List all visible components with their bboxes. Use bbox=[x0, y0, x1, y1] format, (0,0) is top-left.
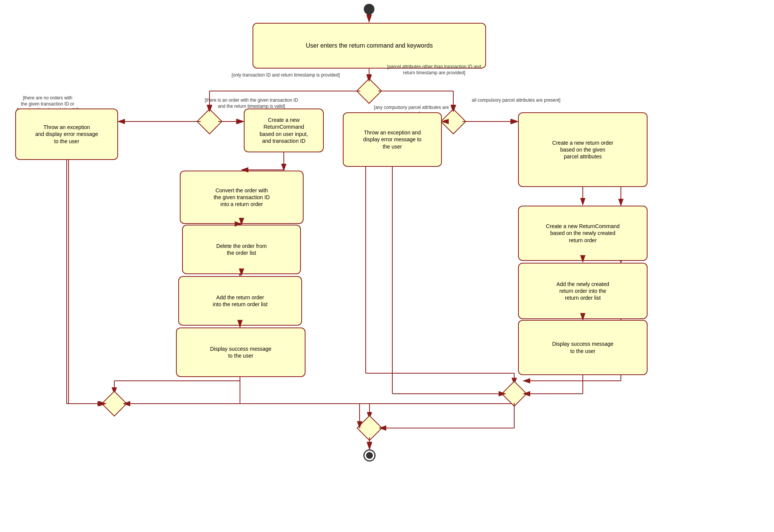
label-present: all compulsory parcel attributes are pre… bbox=[469, 97, 564, 104]
action-throw-right: Throw an exception anddisplay error mess… bbox=[343, 112, 442, 167]
action-start: User enters the return command and keywo… bbox=[253, 23, 486, 69]
action-throw-left: Throw an exceptionand display error mess… bbox=[15, 109, 118, 160]
action-delete: Delete the order fromthe order list bbox=[182, 225, 301, 274]
action-create-return-cmd-left: Create a new ReturnCommandbased on user … bbox=[244, 109, 324, 152]
end-circle-inner bbox=[366, 452, 373, 459]
diamond-merge-left bbox=[101, 391, 127, 417]
action-display-right: Display success messageto the user bbox=[518, 320, 648, 375]
diamond-top bbox=[356, 78, 382, 104]
label-only-txid: [only transaction ID and return timestam… bbox=[221, 72, 350, 78]
action-add-newly: Add the newly createdreturn order into t… bbox=[518, 263, 648, 319]
activity-diagram: User enters the return command and keywo… bbox=[0, 0, 774, 532]
end-node bbox=[363, 449, 376, 462]
start-node bbox=[364, 4, 374, 14]
action-create-return-cmd-right: Create a new ReturnCommandbased on the n… bbox=[518, 206, 648, 261]
label-parcel-attrs: [parcel attributes other than transactio… bbox=[369, 64, 499, 76]
diamond-merge-bottom bbox=[357, 415, 382, 441]
action-add-return: Add the return orderinto the return orde… bbox=[178, 276, 302, 326]
action-display-left: Display success messageto the user bbox=[176, 328, 305, 377]
diamond-left bbox=[197, 109, 222, 134]
action-create-return-order: Create a new return orderbased on the gi… bbox=[518, 112, 648, 187]
diamond-merge-right bbox=[501, 381, 527, 407]
action-convert: Convert the order withthe given transact… bbox=[180, 171, 304, 224]
label-order-valid: [there is an order with the given transa… bbox=[202, 97, 301, 109]
